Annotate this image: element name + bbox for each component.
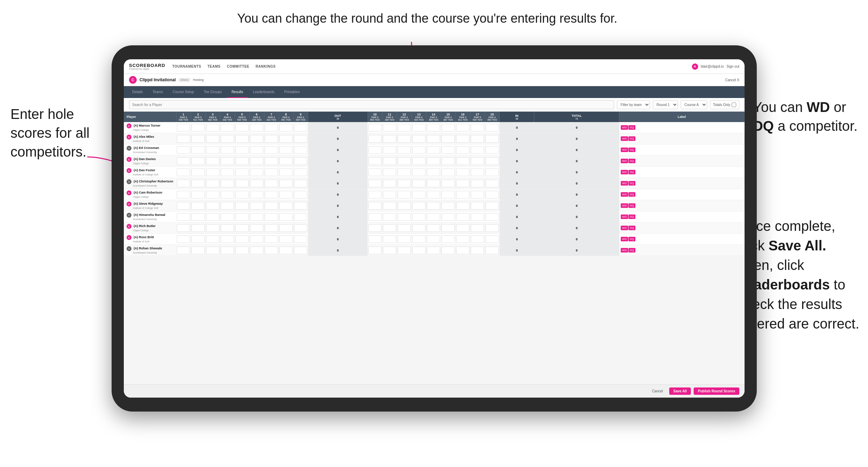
dq-button[interactable]: DQ	[628, 125, 635, 130]
score-input-hole-10[interactable]	[368, 213, 382, 221]
score-input-hole-3[interactable]	[206, 146, 219, 154]
score-input-hole-16[interactable]	[456, 180, 469, 187]
score-input-hole-14[interactable]	[427, 168, 440, 176]
tab-results[interactable]: Results	[227, 86, 248, 98]
score-input-hole-5[interactable]	[235, 191, 249, 198]
score-input-hole-17[interactable]	[471, 202, 484, 210]
score-input-hole-14[interactable]	[427, 191, 440, 198]
score-input-hole-2[interactable]	[191, 247, 205, 254]
score-input-hole-7[interactable]	[265, 168, 278, 176]
score-input-hole-11[interactable]	[383, 213, 396, 221]
score-input-hole-16[interactable]	[456, 191, 469, 198]
score-input-hole-2[interactable]	[191, 124, 205, 131]
score-input-hole-13[interactable]	[412, 157, 425, 165]
score-input-hole-8[interactable]	[279, 191, 293, 198]
course-select[interactable]: Course A Course B	[681, 100, 707, 109]
score-input-hole-10[interactable]	[368, 168, 382, 176]
wd-button[interactable]: WD	[621, 226, 628, 230]
wd-button[interactable]: WD	[621, 136, 628, 141]
score-input-hole-11[interactable]	[383, 124, 396, 131]
score-input-hole-3[interactable]	[206, 135, 219, 143]
score-input-hole-13[interactable]	[412, 191, 425, 198]
filter-by-team-select[interactable]: Filter by team	[617, 100, 650, 109]
score-input-hole-15[interactable]	[441, 235, 455, 243]
score-input-hole-15[interactable]	[441, 202, 455, 210]
score-input-hole-2[interactable]	[191, 157, 205, 165]
dq-button[interactable]: DQ	[628, 214, 635, 219]
score-input-hole-1[interactable]	[177, 224, 190, 232]
score-input-hole-3[interactable]	[206, 157, 219, 165]
score-input-hole-3[interactable]	[206, 247, 219, 254]
score-input-hole-10[interactable]	[368, 157, 382, 165]
score-input-hole-15[interactable]	[441, 157, 455, 165]
score-input-hole-5[interactable]	[235, 146, 249, 154]
score-input-hole-14[interactable]	[427, 180, 440, 187]
score-input-hole-9[interactable]	[294, 168, 307, 176]
score-input-hole-8[interactable]	[279, 135, 293, 143]
score-input-hole-10[interactable]	[368, 146, 382, 154]
score-input-hole-11[interactable]	[383, 235, 396, 243]
nav-rankings[interactable]: RANKINGS	[256, 64, 276, 69]
save-all-button[interactable]: Save All	[669, 387, 691, 395]
score-input-hole-5[interactable]	[235, 124, 249, 131]
score-input-hole-13[interactable]	[412, 235, 425, 243]
score-input-hole-7[interactable]	[265, 247, 278, 254]
score-input-hole-17[interactable]	[471, 135, 484, 143]
score-input-hole-8[interactable]	[279, 146, 293, 154]
wd-button[interactable]: WD	[621, 181, 628, 186]
score-input-hole-9[interactable]	[294, 213, 307, 221]
score-input-hole-2[interactable]	[191, 168, 205, 176]
score-input-hole-16[interactable]	[456, 168, 469, 176]
score-input-hole-18[interactable]	[485, 146, 499, 154]
score-input-hole-11[interactable]	[383, 191, 396, 198]
wd-button[interactable]: WD	[621, 159, 628, 163]
score-input-hole-10[interactable]	[368, 124, 382, 131]
nav-teams[interactable]: TEAMS	[207, 64, 221, 69]
score-input-hole-12[interactable]	[398, 235, 411, 243]
nav-committee[interactable]: COMMITTEE	[227, 64, 250, 69]
score-input-hole-1[interactable]	[177, 180, 190, 187]
score-input-hole-16[interactable]	[456, 124, 469, 131]
score-input-hole-6[interactable]	[250, 224, 263, 232]
score-input-hole-9[interactable]	[294, 135, 307, 143]
score-input-hole-8[interactable]	[279, 168, 293, 176]
dq-button[interactable]: DQ	[628, 181, 635, 186]
score-input-hole-1[interactable]	[177, 191, 190, 198]
score-input-hole-14[interactable]	[427, 124, 440, 131]
nav-tournaments[interactable]: TOURNAMENTS	[172, 64, 201, 69]
score-input-hole-3[interactable]	[206, 202, 219, 210]
score-input-hole-7[interactable]	[265, 146, 278, 154]
score-input-hole-2[interactable]	[191, 180, 205, 187]
wd-button[interactable]: WD	[621, 192, 628, 197]
score-input-hole-8[interactable]	[279, 157, 293, 165]
score-input-hole-9[interactable]	[294, 124, 307, 131]
score-input-hole-12[interactable]	[398, 135, 411, 143]
score-input-hole-16[interactable]	[456, 135, 469, 143]
score-input-hole-7[interactable]	[265, 135, 278, 143]
score-input-hole-6[interactable]	[250, 124, 263, 131]
score-input-hole-2[interactable]	[191, 191, 205, 198]
score-input-hole-1[interactable]	[177, 247, 190, 254]
cancel-action-btn[interactable]: Cancel	[649, 387, 666, 395]
tab-teams[interactable]: Teams	[148, 86, 168, 98]
score-input-hole-5[interactable]	[235, 135, 249, 143]
score-input-hole-8[interactable]	[279, 213, 293, 221]
score-input-hole-15[interactable]	[441, 146, 455, 154]
score-input-hole-1[interactable]	[177, 146, 190, 154]
score-input-hole-18[interactable]	[485, 168, 499, 176]
score-input-hole-3[interactable]	[206, 180, 219, 187]
score-input-hole-6[interactable]	[250, 157, 263, 165]
score-input-hole-13[interactable]	[412, 135, 425, 143]
wd-button[interactable]: WD	[621, 237, 628, 241]
score-input-hole-12[interactable]	[398, 146, 411, 154]
score-input-hole-17[interactable]	[471, 124, 484, 131]
score-input-hole-3[interactable]	[206, 191, 219, 198]
score-input-hole-3[interactable]	[206, 235, 219, 243]
dq-button[interactable]: DQ	[628, 237, 635, 241]
score-input-hole-18[interactable]	[485, 213, 499, 221]
score-input-hole-8[interactable]	[279, 180, 293, 187]
dq-button[interactable]: DQ	[628, 170, 635, 174]
wd-button[interactable]: WD	[621, 203, 628, 208]
score-input-hole-6[interactable]	[250, 180, 263, 187]
score-input-hole-11[interactable]	[383, 135, 396, 143]
